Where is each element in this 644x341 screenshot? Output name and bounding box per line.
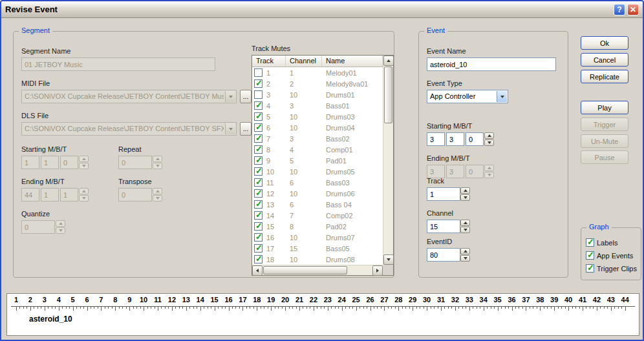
event-type-dropdown-icon[interactable] [497,91,507,102]
track-row[interactable]: 158Pad02 [252,221,383,232]
ruler-tick-minor [239,307,240,309]
midi-dropdown-icon[interactable] [225,91,235,102]
mute-checkbox[interactable] [254,79,263,88]
track-row[interactable]: 147Comp02 [252,210,383,221]
graph-option[interactable]: Labels [586,238,639,247]
track-row[interactable]: 116Bass03 [252,177,383,188]
track-row[interactable]: 43Bass01 [252,100,383,111]
quantize-input[interactable] [21,220,55,234]
scroll-up-icon[interactable] [383,56,394,66]
mute-checkbox[interactable] [254,134,263,143]
mute-checkbox[interactable] [254,211,263,220]
track-row[interactable]: 310Drums01 [252,89,383,100]
scroll-right-icon[interactable] [372,265,383,276]
track-row[interactable]: 11Melody01 [252,67,383,78]
cancel-button[interactable]: Cancel [581,53,628,67]
eventid-spinner[interactable] [460,248,470,262]
track-mutes-hscrollbar[interactable] [252,265,383,275]
event-name-input[interactable] [427,57,556,71]
track-row[interactable]: 95Pad01 [252,155,383,166]
track-row[interactable]: 73Bass02 [252,133,383,144]
track-row[interactable]: 1610Drums07 [252,232,383,243]
mute-checkbox[interactable] [254,167,263,176]
segment-starting-beat[interactable] [41,156,59,169]
scroll-down-icon[interactable] [383,254,394,265]
segment-starting-measure[interactable] [21,156,39,169]
graph-option-checkbox[interactable] [586,238,594,247]
transpose-input[interactable] [118,188,152,202]
mute-checkbox[interactable] [254,123,263,132]
channel-spinner[interactable] [460,220,470,233]
event-type-combo[interactable]: App Controller [427,90,508,103]
title-bar[interactable]: Revise Event ? ✕ [1,1,643,18]
track-spinner[interactable] [460,187,470,201]
dls-dropdown-icon[interactable] [225,123,235,134]
close-button[interactable]: ✕ [627,4,639,16]
mute-checkbox[interactable] [254,145,263,154]
quantize-spinner[interactable] [56,220,65,234]
col-header-channel[interactable]: Channel [286,56,322,67]
mute-checkbox[interactable] [254,178,263,187]
mute-checkbox[interactable] [254,68,263,77]
segment-ending-measure[interactable] [21,188,39,202]
mute-checkbox[interactable] [254,233,263,242]
mute-checkbox[interactable] [254,244,263,253]
track-row[interactable]: 610Drums04 [252,122,383,133]
ok-button[interactable]: Ok [581,36,628,50]
dls-browse-button[interactable]: ... [240,122,252,136]
event-ending-measure[interactable] [427,165,445,178]
mute-checkbox[interactable] [254,200,263,209]
vscroll-thumb[interactable] [384,67,392,123]
event-starting-tick[interactable] [466,132,484,146]
col-header-track[interactable]: Track [252,56,286,67]
event-starting-spinner[interactable] [484,132,494,146]
segment-name-input[interactable] [21,57,215,71]
graph-option-checkbox[interactable] [586,251,594,260]
col-header-name[interactable]: Name [322,56,383,67]
track-row[interactable]: 136Bass 04 [252,199,383,210]
track-mutes-vscrollbar[interactable] [383,56,393,265]
segment-ending-beat[interactable] [41,188,59,202]
track-row[interactable]: 1715Bass05 [252,243,383,254]
hscroll-thumb[interactable] [263,266,347,274]
repeat-input[interactable] [118,156,152,169]
track-input[interactable] [427,187,460,201]
segment-ending-spinner[interactable] [79,188,89,202]
timeline[interactable]: 1234567891011121314151617181920212223242… [6,293,639,336]
mute-checkbox[interactable] [254,101,263,110]
track-row[interactable]: 1810Drums08 [252,254,383,265]
mute-checkbox[interactable] [254,90,263,99]
track-row[interactable]: 22Melody8va01 [252,78,383,89]
dls-file-combo[interactable]: C:\SONiVOX Cupcake Release\JETBOY Conten… [21,122,237,136]
segment-ending-tick[interactable] [60,188,78,202]
graph-option[interactable]: App Events [586,251,639,260]
midi-browse-button[interactable]: ... [240,90,252,103]
help-button[interactable]: ? [614,4,625,16]
track-row[interactable]: 510Drums03 [252,111,383,122]
segment-starting-spinner[interactable] [79,156,89,169]
mute-checkbox[interactable] [254,255,263,264]
graph-option[interactable]: Trigger Clips [586,264,639,273]
mute-checkbox[interactable] [254,189,263,198]
mute-checkbox[interactable] [254,222,263,231]
event-starting-measure[interactable] [427,132,445,146]
track-row[interactable]: 1010Drums05 [252,166,383,177]
midi-file-combo[interactable]: C:\SONiVOX Cupcake Release\JETBOY Conten… [21,90,237,103]
track-row[interactable]: 1210Drums06 [252,188,383,199]
track-row[interactable]: 84Comp01 [252,144,383,155]
graph-option-checkbox[interactable] [586,264,594,273]
repeat-spinner[interactable] [153,156,162,169]
channel-input[interactable] [427,220,460,233]
event-ending-spinner[interactable] [484,165,494,178]
event-ending-beat[interactable] [446,165,464,178]
play-button[interactable]: Play [581,101,628,114]
scroll-left-icon[interactable] [252,265,263,276]
mute-checkbox[interactable] [254,112,263,121]
eventid-input[interactable] [427,248,460,262]
segment-starting-tick[interactable] [60,156,78,169]
event-ending-tick[interactable] [466,165,484,178]
replicate-button[interactable]: Replicate [581,70,628,83]
mute-checkbox[interactable] [254,156,263,165]
event-starting-beat[interactable] [446,132,464,146]
transpose-spinner[interactable] [153,188,162,202]
